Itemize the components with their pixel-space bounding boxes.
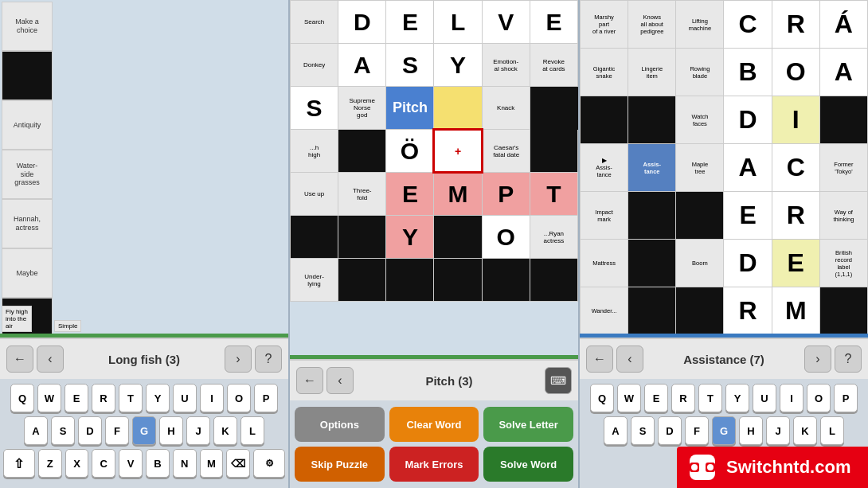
key-settings[interactable]: ⚙ (253, 449, 285, 478)
cell-letter: Ö (386, 130, 434, 173)
key3-o[interactable]: O (807, 384, 831, 412)
next-button-1[interactable]: › (225, 346, 252, 373)
cell-letter: S (386, 44, 434, 87)
key3-k[interactable]: K (793, 416, 817, 445)
key-r[interactable]: R (92, 384, 115, 412)
key-e[interactable]: E (65, 384, 88, 412)
key-k[interactable]: K (213, 416, 237, 445)
key3-f[interactable]: F (685, 416, 709, 445)
key-y[interactable]: Y (146, 384, 170, 412)
key-x[interactable]: X (65, 449, 89, 478)
key3-q[interactable]: Q (590, 384, 614, 412)
key3-l[interactable]: L (820, 416, 844, 445)
key3-w[interactable]: W (617, 384, 641, 412)
nav-group-left-1: ← ‹ (6, 346, 64, 373)
cell-letter-pink: E (386, 173, 434, 216)
cell-black (530, 259, 577, 302)
cell-clue: Hannah,actress (2, 199, 53, 248)
key-u[interactable]: U (173, 384, 197, 412)
cell-letter: A (338, 44, 386, 87)
key-d[interactable]: D (78, 416, 102, 445)
solve-letter-button[interactable]: Solve Letter (483, 407, 573, 442)
kb-row-2: A S D F G H J K L (3, 416, 285, 445)
cell-letter: C (772, 144, 819, 192)
key3-i[interactable]: I (780, 384, 803, 412)
key-l[interactable]: L (240, 416, 264, 445)
key-t[interactable]: T (119, 384, 143, 412)
key-p[interactable]: P (254, 384, 278, 412)
key3-e[interactable]: E (644, 384, 668, 412)
key-shift[interactable]: ⇧ (3, 449, 35, 478)
cell-letter-pink: T (530, 173, 577, 216)
key3-s[interactable]: S (631, 416, 655, 445)
solve-word-button[interactable]: Solve Word (483, 447, 573, 482)
panel2-grid-area: Search D E L V E Donkey A S Y (290, 0, 578, 355)
help-button-3[interactable]: ? (835, 346, 862, 373)
key3-j[interactable]: J (766, 416, 790, 445)
cell-letter: E (530, 1, 577, 44)
key-z[interactable]: Z (38, 449, 62, 478)
key-q[interactable]: Q (10, 384, 34, 412)
key-f[interactable]: F (105, 416, 129, 445)
kb-row-1: Q W E R T Y U I O P (3, 384, 285, 412)
cell-clue: Maybe (2, 248, 53, 298)
help-button-1[interactable]: ? (255, 346, 282, 373)
back-button-1[interactable]: ← (6, 346, 33, 373)
cell-letter: V (482, 1, 530, 44)
skip-puzzle-button[interactable]: Skip Puzzle (295, 447, 385, 482)
key-w[interactable]: W (37, 384, 61, 412)
prev-button-3[interactable]: ‹ (616, 346, 643, 373)
panel1-grid-area: Make achoice Antiquity Water-sidegrasses… (0, 0, 288, 334)
key-g[interactable]: G (132, 416, 156, 445)
mark-errors-button[interactable]: Mark Errors (389, 447, 479, 482)
back-button-2[interactable]: ← (296, 367, 323, 394)
key-v[interactable]: V (119, 449, 143, 478)
key3-d[interactable]: D (658, 416, 682, 445)
key3-y[interactable]: Y (725, 384, 749, 412)
key3-r[interactable]: R (671, 384, 695, 412)
key-i[interactable]: I (200, 384, 224, 412)
cell-black (676, 192, 724, 240)
key3-t[interactable]: T (698, 384, 722, 412)
cell-letter: Á (819, 1, 867, 49)
key-m[interactable]: M (200, 449, 224, 478)
cell-assistance-selected: Assis-tance (628, 144, 676, 192)
key-n[interactable]: N (173, 449, 197, 478)
cell-clue: Knack (482, 87, 530, 130)
key-j[interactable]: J (186, 416, 210, 445)
cell-clue: Knowsall aboutpedigree (628, 1, 676, 49)
nav-bar-3: ← ‹ Assistance (7) › ? (580, 338, 868, 379)
cell-plus: + (434, 130, 482, 173)
key-b[interactable]: B (146, 449, 170, 478)
key-o[interactable]: O (227, 384, 251, 412)
prev-button-1[interactable]: ‹ (37, 346, 64, 373)
cell-letter: D (338, 1, 386, 44)
cell-clue: Rowingblade (676, 49, 724, 96)
switch-badge[interactable]: Switchntd.com (677, 447, 868, 488)
next-button-3[interactable]: › (804, 346, 831, 373)
crossword-grid-2: Search D E L V E Donkey A S Y (290, 0, 578, 302)
key3-h[interactable]: H (739, 416, 763, 445)
key-h[interactable]: H (159, 416, 183, 445)
nav-bar-1: ← ‹ Long fish (3) › ? (0, 338, 288, 379)
back-button-3[interactable]: ← (586, 346, 613, 373)
key3-g[interactable]: G (712, 416, 736, 445)
nav-group-left-3: ← ‹ (586, 346, 643, 373)
key-backspace[interactable]: ⌫ (226, 449, 250, 478)
nintendo-switch-icon (686, 451, 718, 483)
key3-u[interactable]: U (753, 384, 776, 412)
nav-title-3: Assistance (7) (643, 353, 804, 366)
options-button[interactable]: Options (295, 407, 385, 442)
cell-letter: S (291, 87, 338, 130)
key3-p[interactable]: P (834, 384, 858, 412)
keyboard-1: Q W E R T Y U I O P A S D F G H (0, 379, 288, 488)
cell-letter: A (724, 144, 772, 192)
keyboard-icon-btn[interactable]: ⌨ (545, 367, 572, 394)
clear-word-button[interactable]: Clear Word (389, 407, 479, 442)
key-a[interactable]: A (24, 416, 48, 445)
key-c[interactable]: C (92, 449, 115, 478)
cell-letter: A (819, 49, 867, 96)
key3-a[interactable]: A (604, 416, 628, 445)
key-s[interactable]: S (51, 416, 75, 445)
prev-button-2[interactable]: ‹ (326, 367, 354, 394)
